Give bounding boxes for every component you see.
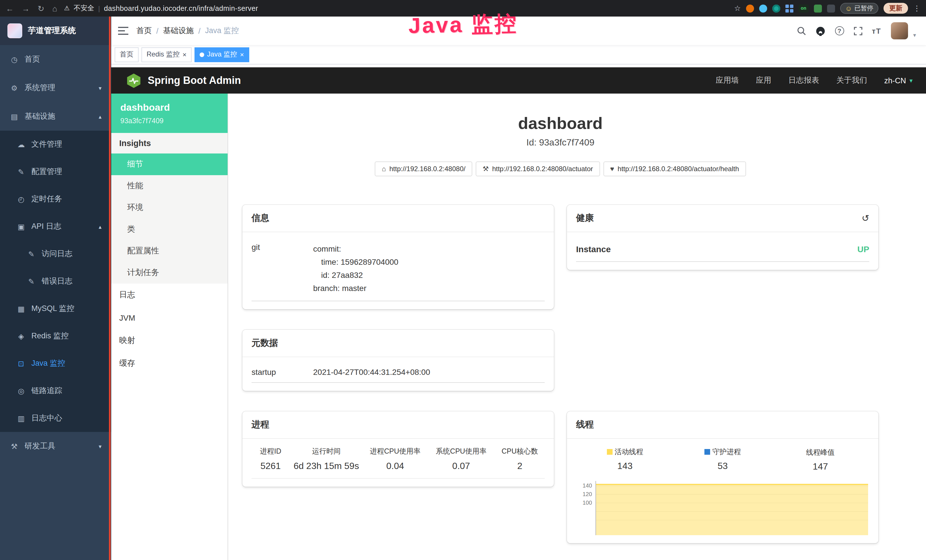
sidebar-item-scheduled-tasks[interactable]: ◴ 定时任务 bbox=[0, 185, 111, 213]
health-url-link[interactable]: ♥ http://192.168.0.2:48080/actuator/heal… bbox=[603, 162, 746, 176]
sba-item-mappings[interactable]: 映射 bbox=[111, 329, 228, 352]
sba-item-caches[interactable]: 缓存 bbox=[111, 352, 228, 375]
sba-instance-header[interactable]: dashboard 93a3fc7f7409 bbox=[111, 94, 228, 133]
monitor-icon: ⊡ bbox=[17, 359, 26, 368]
search-icon[interactable] bbox=[796, 26, 806, 35]
hamburger-icon[interactable] bbox=[118, 26, 128, 35]
tab-redis-monitor[interactable]: Redis 监控 × bbox=[141, 47, 192, 62]
sidebar-item-home[interactable]: ◷ 首页 bbox=[0, 45, 111, 74]
actuator-url-link[interactable]: ⚒ http://192.168.0.2:48080/actuator bbox=[476, 162, 600, 176]
bookmark-star-icon[interactable]: ☆ bbox=[734, 4, 741, 12]
security-warning-icon: ⚠ bbox=[64, 5, 70, 12]
app-logo[interactable]: 芋道管理系统 bbox=[0, 17, 111, 45]
github-icon[interactable] bbox=[816, 26, 825, 36]
sba-nav-wallboard[interactable]: 应用墙 bbox=[716, 75, 738, 86]
instance-links: ⌂ http://192.168.0.2:48080/ ⚒ http://192… bbox=[242, 162, 878, 176]
info-card: 信息 git commit: time: 1596289704000 id: 2 bbox=[242, 205, 554, 309]
font-size-icon[interactable]: тT bbox=[872, 27, 881, 35]
sidebar-item-log-center[interactable]: ▥ 日志中心 bbox=[0, 404, 111, 432]
card-title: 元数据 bbox=[251, 337, 278, 349]
browser-menu-icon[interactable]: ⋮ bbox=[913, 4, 921, 12]
extension-icon[interactable] bbox=[827, 4, 835, 12]
extension-icon[interactable] bbox=[746, 4, 754, 12]
chevron-up-icon: ▴ bbox=[99, 113, 101, 120]
sidebar-item-infrastructure[interactable]: ▤ 基础设施 ▴ bbox=[0, 102, 111, 131]
chevron-up-icon: ▴ bbox=[99, 223, 101, 230]
sidebar-item-java-monitor[interactable]: ⊡ Java 监控 bbox=[0, 350, 111, 377]
update-button[interactable]: 更新 bbox=[884, 3, 908, 14]
reload-button[interactable]: ↻ bbox=[38, 4, 44, 13]
sba-item-jvm[interactable]: JVM bbox=[111, 306, 228, 329]
col-system-cpu: 系统CPU使用率 bbox=[428, 447, 495, 456]
avatar-caret-icon[interactable]: ▾ bbox=[913, 32, 916, 38]
app-content: Spring Boot Admin 应用墙 应用 日志报表 关于我们 zh-CN… bbox=[111, 65, 926, 560]
close-icon[interactable]: × bbox=[240, 51, 244, 58]
sidebar-item-redis-monitor[interactable]: ◈ Redis 监控 bbox=[0, 322, 111, 350]
fullscreen-icon[interactable] bbox=[853, 27, 862, 35]
sba-nav-journal[interactable]: 日志报表 bbox=[788, 75, 819, 86]
sidebar-item-mysql-monitor[interactable]: ▦ MySQL 监控 bbox=[0, 295, 111, 322]
sidebar-item-error-logs[interactable]: ✎ 错误日志 bbox=[0, 268, 111, 295]
sba-item-metrics[interactable]: 性能 bbox=[111, 175, 228, 197]
extension-icon[interactable] bbox=[772, 4, 780, 12]
smiley-icon: ☺ bbox=[845, 4, 852, 12]
sba-item-logs[interactable]: 日志 bbox=[111, 283, 228, 306]
sidebar-item-label: 首页 bbox=[24, 54, 40, 65]
breadcrumb-current: Java 监控 bbox=[205, 26, 239, 36]
sidebar-item-trace[interactable]: ◎ 链路追踪 bbox=[0, 377, 111, 404]
tab-java-monitor[interactable]: Java 监控 × bbox=[195, 47, 249, 62]
tab-home[interactable]: 首页 bbox=[115, 47, 139, 62]
sba-item-classes[interactable]: 类 bbox=[111, 218, 228, 240]
breadcrumb-separator: / bbox=[198, 27, 201, 35]
back-button[interactable]: ← bbox=[6, 4, 14, 13]
breadcrumb-home[interactable]: 首页 bbox=[136, 26, 152, 36]
sba-header: Spring Boot Admin 应用墙 应用 日志报表 关于我们 zh-CN… bbox=[111, 67, 926, 94]
access-log-icon: ✎ bbox=[27, 250, 36, 258]
database-icon: ▦ bbox=[17, 304, 26, 313]
live-threads-area bbox=[596, 484, 868, 535]
sba-item-environment[interactable]: 环境 bbox=[111, 197, 228, 218]
sidebar-item-config-management[interactable]: ✎ 配置管理 bbox=[0, 158, 111, 185]
omnibox-separator: | bbox=[98, 4, 100, 12]
breadcrumb-infrastructure[interactable]: 基础设施 bbox=[163, 26, 194, 36]
daemon-threads-swatch bbox=[704, 449, 710, 455]
header-actions: ? тT ▾ bbox=[796, 22, 916, 39]
security-label[interactable]: 不安全 bbox=[74, 3, 94, 13]
sidebar-item-file-management[interactable]: ☁ 文件管理 bbox=[0, 131, 111, 158]
tools-icon: ⚒ bbox=[10, 442, 19, 451]
sba-section-insights[interactable]: Insights bbox=[111, 133, 228, 153]
val-uptime: 6d 23h 15m 59s bbox=[290, 461, 363, 471]
sba-item-details[interactable]: 细节 bbox=[111, 153, 228, 175]
paused-badge[interactable]: ☺ 已暂停 bbox=[840, 3, 878, 14]
legend-live-threads: 活动线程 143 bbox=[576, 447, 674, 472]
spring-boot-logo-icon bbox=[126, 73, 141, 88]
edit-icon: ✎ bbox=[17, 168, 26, 176]
sba-nav-about[interactable]: 关于我们 bbox=[836, 75, 867, 86]
sidebar-item-access-logs[interactable]: ✎ 访问日志 bbox=[0, 240, 111, 268]
extension-icon[interactable] bbox=[814, 4, 822, 12]
extension-icon[interactable] bbox=[785, 4, 793, 12]
sba-nav-applications[interactable]: 应用 bbox=[756, 75, 771, 86]
home-button[interactable]: ⌂ bbox=[52, 4, 57, 13]
sba-item-config-props[interactable]: 配置属性 bbox=[111, 240, 228, 262]
app-header: 首页 / 基础设施 / Java 监控 ? тT ▾ bbox=[111, 17, 926, 45]
sidebar-item-api-logs[interactable]: ▣ API 日志 ▴ bbox=[0, 213, 111, 240]
user-avatar[interactable] bbox=[891, 22, 908, 39]
address-bar[interactable]: ⚠ 不安全 | dashboard.yudao.iocoder.cn/infra… bbox=[64, 3, 258, 13]
timer-icon: ◴ bbox=[17, 195, 26, 203]
help-icon[interactable]: ? bbox=[835, 26, 844, 35]
info-row-git: git commit: time: 1596289704000 id: 27aa… bbox=[251, 236, 545, 301]
sidebar-item-dev-tools[interactable]: ⚒ 研发工具 ▾ bbox=[0, 432, 111, 460]
sba-brand[interactable]: Spring Boot Admin bbox=[126, 73, 241, 88]
history-icon[interactable]: ↺ bbox=[861, 213, 869, 224]
forward-button[interactable]: → bbox=[22, 4, 30, 13]
metadata-card: 元数据 startup 2021-04-27T00:44:31.254+08:0… bbox=[242, 330, 554, 391]
close-icon[interactable]: × bbox=[183, 51, 186, 58]
extension-icon[interactable] bbox=[759, 4, 767, 12]
sidebar-item-system-management[interactable]: ⚙ 系统管理 ▾ bbox=[0, 74, 111, 102]
sba-item-scheduled-tasks[interactable]: 计划任务 bbox=[111, 262, 228, 283]
sba-locale-select[interactable]: zh-CN ▾ bbox=[884, 76, 912, 85]
service-url-link[interactable]: ⌂ http://192.168.0.2:48080/ bbox=[375, 162, 472, 176]
url-text[interactable]: dashboard.yudao.iocoder.cn/infra/admin-s… bbox=[104, 4, 258, 12]
extension-on-badge[interactable]: on bbox=[798, 4, 808, 12]
